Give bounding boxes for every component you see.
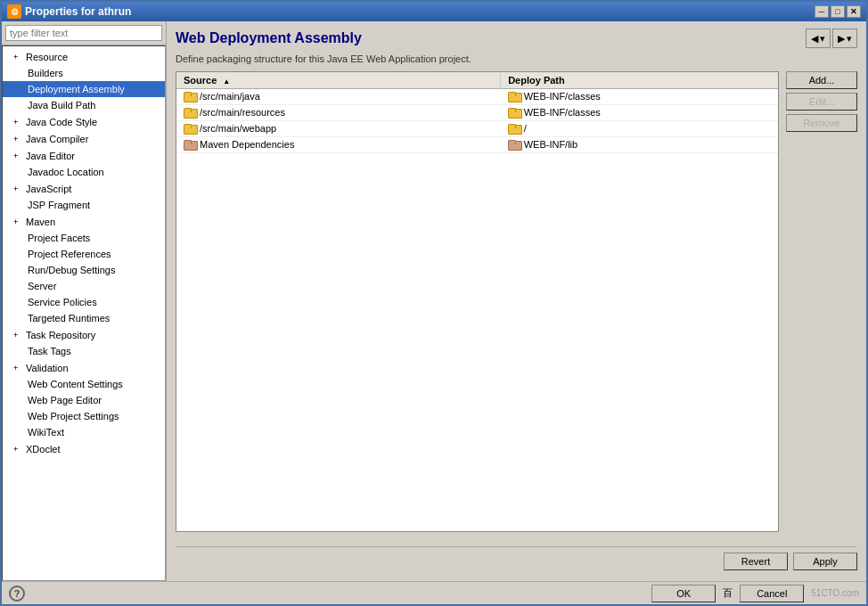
help-icon[interactable]: ? xyxy=(9,586,25,602)
expand-icon: + xyxy=(13,328,24,342)
revert-button[interactable]: Revert xyxy=(724,553,788,570)
app-icon: ⚙ xyxy=(7,4,21,19)
filter-input[interactable] xyxy=(5,25,162,41)
sidebar-item-javadoc-location[interactable]: Javadoc Location xyxy=(3,164,165,180)
sidebar-item-web-page-editor[interactable]: Web Page Editor xyxy=(3,392,165,408)
tree-item-label: Resource xyxy=(26,50,68,64)
maximize-button[interactable]: □ xyxy=(831,5,845,18)
window-controls: ─ □ ✕ xyxy=(815,5,861,18)
nav-forward-dropdown[interactable]: ▾ xyxy=(847,33,852,45)
table-row[interactable]: Maven Dependencies WEB-INF/lib xyxy=(176,137,778,153)
sidebar-item-validation[interactable]: +Validation xyxy=(3,359,165,376)
sidebar-item-task-repository[interactable]: +Task Repository xyxy=(3,326,165,343)
action-buttons: Add... Edit... Remove xyxy=(779,71,857,539)
tree-item-label: Builders xyxy=(28,66,63,80)
tree-item-label: Deployment Assembly xyxy=(28,82,125,96)
watermark: 51CTO.com xyxy=(811,588,859,598)
sidebar-item-resource[interactable]: +Resource xyxy=(3,48,165,65)
tree-item-label: Java Code Style xyxy=(26,115,97,129)
right-panel: Web Deployment Assembly ◀ ▾ ▶ ▾ Define p… xyxy=(167,21,866,581)
tree-item-label: WikiText xyxy=(28,425,64,439)
window-title: Properties for athrun xyxy=(25,5,131,18)
tree-item-label: XDoclet xyxy=(26,442,61,456)
tree-item-label: Java Compiler xyxy=(26,132,88,146)
col-source-header[interactable]: Source ▲ xyxy=(176,72,501,89)
expand-icon: + xyxy=(13,215,24,229)
source-cell: /src/main/webapp xyxy=(176,121,501,137)
sidebar-item-project-facets[interactable]: Project Facets xyxy=(3,230,165,246)
expand-icon: + xyxy=(13,50,24,64)
source-cell: /src/main/java xyxy=(176,89,501,105)
nav-back-button[interactable]: ◀ ▾ xyxy=(806,29,831,48)
panel-header: Web Deployment Assembly ◀ ▾ ▶ ▾ xyxy=(176,29,857,48)
sidebar-item-task-tags[interactable]: Task Tags xyxy=(3,343,165,359)
close-button[interactable]: ✕ xyxy=(847,5,861,18)
expand-icon: + xyxy=(13,442,24,456)
ok-button[interactable]: OK xyxy=(651,585,716,602)
deploy-path-cell: / xyxy=(501,121,778,137)
panel-title: Web Deployment Assembly xyxy=(176,30,362,46)
folder-icon xyxy=(184,92,196,102)
status-right: OK 百 Cancel 51CTO.com xyxy=(651,585,859,602)
nav-buttons: ◀ ▾ ▶ ▾ xyxy=(806,29,857,48)
cancel-button[interactable]: Cancel xyxy=(740,585,804,602)
deploy-table: Source ▲ Deploy Path /src/main/java xyxy=(176,72,778,153)
sidebar-item-deployment-assembly[interactable]: Deployment Assembly xyxy=(3,81,165,97)
forward-icon: ▶ xyxy=(838,33,845,45)
status-divider: 百 xyxy=(723,586,733,600)
sidebar-item-java-editor[interactable]: +Java Editor xyxy=(3,147,165,164)
sidebar-item-java-build-path[interactable]: Java Build Path xyxy=(3,97,165,113)
table-row[interactable]: /src/main/webapp / xyxy=(176,121,778,137)
remove-button[interactable]: Remove xyxy=(786,114,857,132)
tree-item-label: Web Project Settings xyxy=(28,409,119,423)
back-icon: ◀ xyxy=(811,33,818,45)
sidebar-item-web-project-settings[interactable]: Web Project Settings xyxy=(3,408,165,424)
folder-icon xyxy=(184,140,196,151)
expand-icon: + xyxy=(13,361,24,375)
left-panel: +ResourceBuildersDeployment AssemblyJava… xyxy=(2,21,167,581)
deploy-path-cell: WEB-INF/classes xyxy=(501,105,778,121)
sidebar-item-xdoclet[interactable]: +XDoclet xyxy=(3,440,165,457)
folder-icon xyxy=(508,108,520,119)
sidebar-item-javascript[interactable]: +JavaScript xyxy=(3,180,165,197)
sidebar-item-java-code-style[interactable]: +Java Code Style xyxy=(3,113,165,130)
tree-item-label: JSP Fragment xyxy=(28,198,90,212)
sidebar-item-service-policies[interactable]: Service Policies xyxy=(3,294,165,310)
sidebar-item-wikitext[interactable]: WikiText xyxy=(3,424,165,440)
sidebar-item-targeted-runtimes[interactable]: Targeted Runtimes xyxy=(3,310,165,326)
sidebar-item-project-references[interactable]: Project References xyxy=(3,246,165,262)
sidebar-item-web-content-settings[interactable]: Web Content Settings xyxy=(3,376,165,392)
expand-icon: + xyxy=(13,132,24,146)
panel-description: Define packaging structure for this Java… xyxy=(176,53,857,64)
tree-item-label: Web Content Settings xyxy=(28,377,123,391)
sidebar-item-jsp-fragment[interactable]: JSP Fragment xyxy=(3,197,165,213)
sidebar-item-builders[interactable]: Builders xyxy=(3,65,165,81)
table-row[interactable]: /src/main/resources WEB-INF/classes xyxy=(176,105,778,121)
tree-item-label: Task Tags xyxy=(28,344,71,358)
status-bar: ? OK 百 Cancel 51CTO.com xyxy=(2,581,866,604)
source-cell: Maven Dependencies xyxy=(176,137,501,153)
nav-back-dropdown[interactable]: ▾ xyxy=(820,33,825,45)
sidebar-item-maven[interactable]: +Maven xyxy=(3,213,165,230)
folder-icon xyxy=(508,124,520,135)
table-row[interactable]: /src/main/java WEB-INF/classes xyxy=(176,89,778,105)
deploy-path-cell: WEB-INF/lib xyxy=(501,137,778,153)
tree-item-label: Run/Debug Settings xyxy=(28,263,115,277)
tree-item-label: Targeted Runtimes xyxy=(28,311,110,325)
add-button[interactable]: Add... xyxy=(786,71,857,89)
minimize-button[interactable]: ─ xyxy=(815,5,829,18)
sidebar-item-run-debug-settings[interactable]: Run/Debug Settings xyxy=(3,262,165,278)
col-deploy-path-header[interactable]: Deploy Path xyxy=(501,72,778,89)
sidebar-item-server[interactable]: Server xyxy=(3,278,165,294)
nav-forward-button[interactable]: ▶ ▾ xyxy=(832,29,857,48)
sidebar-item-java-compiler[interactable]: +Java Compiler xyxy=(3,130,165,147)
filter-box xyxy=(2,21,166,45)
tree-item-label: Service Policies xyxy=(28,295,97,309)
table-container: Source ▲ Deploy Path /src/main/java xyxy=(176,71,779,532)
tree-item-label: Web Page Editor xyxy=(28,393,102,407)
tree-item-label: Project References xyxy=(28,247,111,261)
main-window: ⚙ Properties for athrun ─ □ ✕ +ResourceB… xyxy=(0,0,868,606)
tree-item-label: Javadoc Location xyxy=(28,165,104,179)
edit-button[interactable]: Edit... xyxy=(786,93,857,111)
apply-button[interactable]: Apply xyxy=(793,553,857,570)
